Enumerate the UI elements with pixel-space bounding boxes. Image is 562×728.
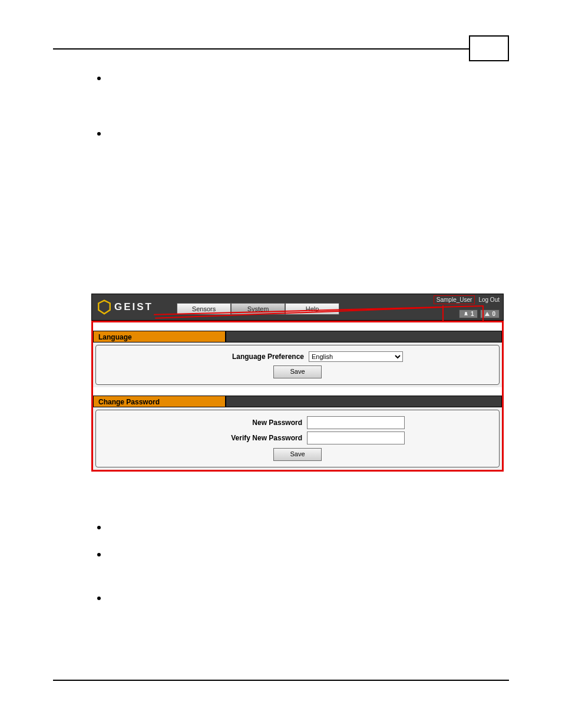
brand-text: GEIST xyxy=(114,301,153,313)
verify-password-input[interactable] xyxy=(307,431,405,444)
bullet-icon xyxy=(97,77,101,80)
section-bar xyxy=(226,331,502,342)
language-pref-label: Language Preference xyxy=(192,353,304,361)
embedded-screenshot: GEIST Sensors System Help Sample_User Lo… xyxy=(91,294,504,472)
bullet-icon xyxy=(97,132,101,136)
callout-line xyxy=(442,305,444,322)
page-number-box xyxy=(469,35,509,61)
new-password-input[interactable] xyxy=(307,416,405,429)
panel-gap xyxy=(93,322,502,331)
password-section-header: Change Password xyxy=(93,396,502,407)
status-pills: 1 0 xyxy=(459,309,500,318)
bullet-icon xyxy=(97,597,101,600)
verify-password-label: Verify New Password xyxy=(190,434,302,442)
warn-count: 0 xyxy=(492,311,495,317)
username-link[interactable]: Sample_User xyxy=(434,295,475,304)
alarm-count: 1 xyxy=(471,311,474,317)
panel-gap xyxy=(93,387,502,396)
language-section-title: Language xyxy=(93,331,226,342)
warning-icon xyxy=(484,311,490,317)
bottom-rule xyxy=(53,680,509,681)
new-password-row: New Password xyxy=(103,416,492,429)
document-page: GEIST Sensors System Help Sample_User Lo… xyxy=(0,0,562,728)
bullet-icon xyxy=(97,526,101,529)
language-pref-row: Language Preference English xyxy=(103,351,492,362)
logout-link[interactable]: Log Out xyxy=(478,297,500,303)
language-panel: Language Preference English Save xyxy=(95,345,500,385)
password-panel: New Password Verify New Password Save xyxy=(95,410,500,467)
password-section-title: Change Password xyxy=(93,396,226,407)
user-area: Sample_User Log Out xyxy=(434,295,500,304)
brand-logo: GEIST xyxy=(97,299,153,315)
bell-icon xyxy=(463,311,469,317)
language-section-header: Language xyxy=(93,331,502,342)
alarm-badge[interactable]: 1 xyxy=(459,309,478,318)
section-bar xyxy=(226,396,502,407)
highlighted-panel-area: Language Language Preference English Sav… xyxy=(91,321,504,472)
bottom-bullet-list xyxy=(97,526,101,600)
bullet-icon xyxy=(97,553,101,556)
shield-icon xyxy=(97,299,112,315)
svg-marker-0 xyxy=(98,301,110,314)
verify-password-row: Verify New Password xyxy=(103,431,492,444)
callout-line xyxy=(482,305,484,322)
top-rule xyxy=(53,48,509,50)
password-save-button[interactable]: Save xyxy=(273,448,322,461)
new-password-label: New Password xyxy=(190,419,302,427)
top-bullet-list xyxy=(97,77,101,136)
language-select[interactable]: English xyxy=(309,351,403,362)
language-save-button[interactable]: Save xyxy=(273,365,322,378)
